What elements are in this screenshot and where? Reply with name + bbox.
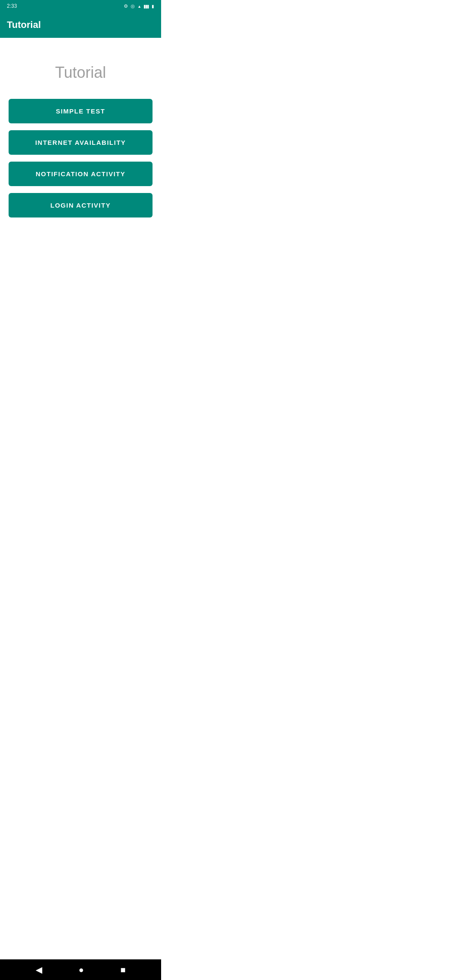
status-bar: 2:33 [0, 0, 161, 12]
time-display: 2:33 [7, 3, 17, 9]
signal-icon [144, 4, 149, 9]
status-bar-left: 2:33 [7, 3, 17, 9]
battery-icon [152, 4, 154, 9]
button-group: SIMPLE TEST INTERNET AVAILABILITY NOTIFI… [9, 99, 153, 217]
app-bar: Tutorial [0, 12, 161, 38]
app-bar-title: Tutorial [7, 19, 41, 31]
back-icon[interactable]: ◀ [32, 961, 46, 978]
home-icon[interactable]: ● [75, 962, 87, 978]
simple-test-button[interactable]: SIMPLE TEST [9, 99, 153, 123]
internet-availability-button[interactable]: INTERNET AVAILABILITY [9, 130, 153, 155]
notifications-icon [131, 3, 135, 9]
wifi-icon [137, 4, 141, 9]
recents-icon[interactable]: ■ [117, 962, 129, 978]
notification-activity-button[interactable]: NOTIFICATION ACTIVITY [9, 162, 153, 186]
settings-icon [124, 3, 128, 9]
status-bar-right [124, 3, 154, 9]
nav-bar: ◀ ● ■ [0, 959, 161, 980]
login-activity-button[interactable]: LOGIN ACTIVITY [9, 193, 153, 217]
main-content: Tutorial SIMPLE TEST INTERNET AVAILABILI… [0, 38, 161, 959]
page-title: Tutorial [55, 64, 106, 82]
